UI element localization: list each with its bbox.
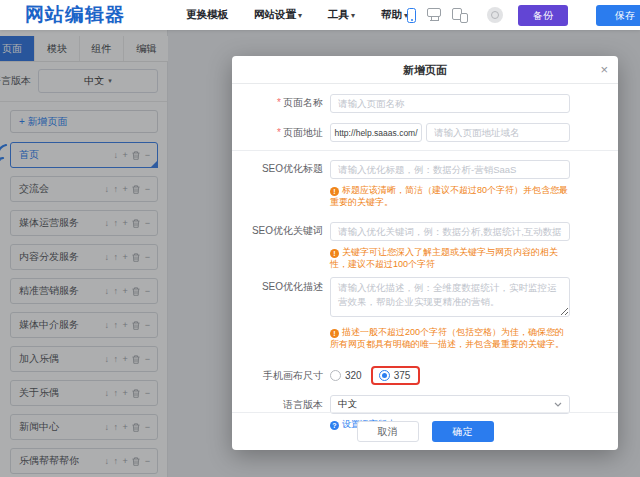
seo-keywords-row: SEO优化关键词 !关键字可让您深入了解主题或关键字与网页内容的相关性，建议不超…	[232, 221, 618, 270]
dialog-title: 新增页面	[232, 56, 618, 84]
dialog-body: *页面名称 *页面地址 http://help.saaas.com/ SEO优化…	[232, 84, 618, 430]
seo-description-textarea[interactable]	[330, 277, 570, 317]
menu-item[interactable]: 帮助▾	[381, 8, 408, 22]
divider	[232, 150, 618, 151]
device-preview-switcher	[407, 0, 503, 30]
canvas-size-radio-group: 320 375	[330, 366, 570, 385]
mobile-preview-icon[interactable]	[407, 8, 416, 23]
seo-title-row: SEO优化标题 !标题应该清晰，简洁（建议不超过80个字符）并包含您最重要的关键…	[232, 159, 618, 208]
chevron-down-icon: ▾	[298, 11, 302, 20]
required-asterisk: *	[277, 127, 281, 138]
seo-title-hint: !标题应该清晰，简洁（建议不超过80个字符）并包含您最重要的关键字。	[330, 184, 570, 208]
menu-item[interactable]: 更换模板▾	[186, 8, 228, 22]
warning-icon: !	[330, 249, 339, 258]
save-button[interactable]: 保存	[596, 5, 640, 26]
field-label: 手机画布尺寸	[232, 366, 330, 385]
new-page-dialog: 新增页面 × *页面名称 *页面地址 http://help.saaas.com…	[232, 56, 618, 450]
required-asterisk: *	[277, 97, 281, 108]
seo-title-input[interactable]	[330, 160, 570, 179]
page-url-input[interactable]	[426, 123, 570, 142]
canvas-size-radio[interactable]: 320	[330, 370, 362, 381]
backup-button[interactable]: 备份	[518, 5, 568, 26]
seo-description-hint: !描述一般不超过200个字符（包括空格）为佳，确保您的所有网页都具有明确的唯一描…	[330, 326, 570, 350]
url-prefix: http://help.saaas.com/	[330, 123, 422, 142]
field-label: SEO优化描述	[232, 277, 330, 296]
field-label: SEO优化标题	[232, 159, 330, 178]
dialog-footer: 取消 确定	[232, 412, 618, 450]
chevron-down-icon	[554, 402, 562, 407]
field-label: SEO优化关键词	[232, 221, 330, 240]
canvas-size-radio[interactable]: 375	[371, 366, 421, 385]
page-name-row: *页面名称	[232, 93, 618, 113]
tablet-preview-icon[interactable]	[452, 8, 468, 23]
desktop-preview-icon[interactable]	[427, 8, 441, 22]
canvas-size-row: 手机画布尺寸 320 375	[232, 366, 618, 385]
confirm-button[interactable]: 确定	[432, 421, 494, 442]
app-logo: 网站编辑器	[25, 0, 125, 30]
seo-keywords-hint: !关键字可让您深入了解主题或关键字与网页内容的相关性，建议不超过100个字符	[330, 246, 570, 270]
field-label: 页面地址	[283, 127, 323, 138]
field-label: 页面名称	[283, 97, 323, 108]
chevron-down-icon: ▾	[351, 11, 355, 20]
radio-circle-icon	[330, 370, 341, 381]
dialog-header: 新增页面 ×	[232, 56, 618, 84]
close-icon[interactable]: ×	[600, 56, 608, 84]
radio-circle-icon	[379, 370, 390, 381]
cancel-button[interactable]: 取消	[357, 421, 419, 442]
menu-item[interactable]: 网站设置▾	[254, 8, 302, 22]
warning-icon: !	[330, 329, 339, 338]
page-url-row: *页面地址 http://help.saaas.com/	[232, 123, 618, 142]
seo-keywords-input[interactable]	[330, 222, 570, 241]
warning-icon: !	[330, 187, 339, 196]
main-menu: 更换模板▾ 网站设置▾ 工具▾ 帮助▾	[186, 0, 408, 30]
preview-eye-icon[interactable]	[487, 7, 503, 23]
top-toolbar: 网站编辑器 更换模板▾ 网站设置▾ 工具▾ 帮助▾	[0, 0, 640, 30]
page-name-input[interactable]	[330, 94, 570, 113]
seo-description-row: SEO优化描述 !描述一般不超过200个字符（包括空格）为佳，确保您的所有网页都…	[232, 277, 618, 350]
website-editor-screen: 网站编辑器 更换模板▾ 网站设置▾ 工具▾ 帮助▾	[0, 0, 640, 477]
menu-item[interactable]: 工具▾	[328, 8, 355, 22]
